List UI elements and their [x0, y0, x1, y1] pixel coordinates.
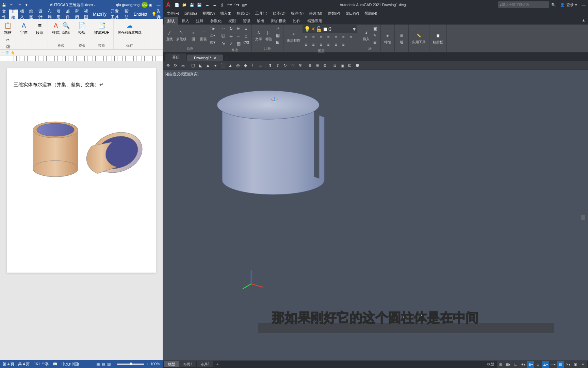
tab-view[interactable]: 视图: [82, 10, 91, 19]
edit-button[interactable]: 🔍 编辑: [61, 20, 71, 36]
cylinder-icon[interactable]: ⬛: [220, 62, 226, 68]
cloud-open-icon[interactable]: ☁: [204, 2, 210, 8]
pyramid-icon[interactable]: ▲: [227, 62, 233, 68]
group-button[interactable]: ⊞组: [397, 32, 406, 45]
erase-icon[interactable]: ⌫: [243, 40, 249, 46]
grid-icon[interactable]: ⊞: [497, 361, 504, 368]
layer-tool7-icon[interactable]: ≡: [348, 34, 354, 40]
add-tab-icon[interactable]: +: [224, 55, 230, 61]
layer-tool8-icon[interactable]: ≡: [303, 42, 309, 48]
cmdline-scrollbar[interactable]: [581, 215, 585, 220]
layer-tool12-icon[interactable]: ≡: [333, 42, 339, 48]
layer-tool9-icon[interactable]: ≡: [310, 42, 316, 48]
rtab-manage[interactable]: 管理: [239, 17, 254, 25]
tab-tellme[interactable]: 💡 告诉: [149, 10, 163, 19]
cloud-save-icon[interactable]: ☁: [211, 2, 217, 8]
template-button[interactable]: 📄 模板: [77, 20, 87, 36]
rect-icon[interactable]: □▾: [209, 26, 215, 32]
word-user[interactable]: qiu guangping QG: [116, 2, 148, 8]
close-tab-icon[interactable]: ✕: [213, 56, 216, 60]
rtab-addins[interactable]: 附加模块: [268, 17, 290, 25]
box-icon[interactable]: ▢: [190, 62, 196, 68]
menu-file[interactable]: 文件(F): [164, 10, 182, 17]
array-icon[interactable]: ▦: [235, 41, 242, 47]
transparency-icon[interactable]: ⊡: [557, 361, 564, 368]
tab-review[interactable]: 审阅: [73, 10, 82, 19]
view-web-icon[interactable]: ▥: [107, 362, 111, 366]
zoom-slider[interactable]: [117, 364, 144, 365]
sphere-icon[interactable]: ●: [212, 62, 218, 68]
tab-help[interactable]: 帮助: [122, 10, 132, 19]
tab-insert[interactable]: 插入: [18, 10, 27, 19]
minimize-icon[interactable]: —: [156, 2, 161, 7]
baidu-button[interactable]: ☁ 保存到百度网盘: [116, 20, 143, 36]
rtab-insert[interactable]: 插入: [178, 17, 193, 25]
rtab-default[interactable]: 默认: [164, 17, 178, 25]
circle-button[interactable]: ○圆: [189, 29, 198, 42]
menu-dimension[interactable]: 标注(N): [288, 10, 306, 17]
3dosnap-icon[interactable]: ∠▾: [542, 361, 549, 368]
menu-tools[interactable]: 工具(T): [252, 10, 270, 17]
explode-icon[interactable]: ✦: [243, 26, 249, 32]
language[interactable]: 中文(中国): [62, 362, 79, 367]
page-count[interactable]: 第 4 页，共 4 页: [3, 362, 30, 367]
undo-icon[interactable]: ↶: [9, 2, 14, 7]
layer-tool2-icon[interactable]: ≡: [310, 34, 316, 40]
tab-layout[interactable]: 布局: [46, 10, 55, 19]
rtab-collab[interactable]: 协作: [290, 17, 304, 25]
paste-button[interactable]: 📋 粘贴: [3, 20, 13, 36]
table-icon[interactable]: ▦: [275, 32, 281, 39]
move-icon[interactable]: ↔: [220, 26, 227, 32]
saveas-icon[interactable]: 💾: [196, 2, 202, 8]
polysolid-icon[interactable]: ◆: [242, 62, 248, 68]
layer-props-button[interactable]: ≡图层特性: [285, 30, 302, 44]
cone-icon[interactable]: ▲: [205, 62, 211, 68]
solid-edit-icon[interactable]: ⬢: [354, 62, 360, 68]
styles-button[interactable]: A 样式: [51, 20, 61, 36]
tab-mail[interactable]: 邮件: [64, 10, 73, 19]
dimension-button[interactable]: ├┤标注: [264, 29, 274, 42]
redo-icon[interactable]: ↷: [16, 2, 22, 7]
tab-mathtype[interactable]: MathTy: [91, 10, 108, 19]
word-document-area[interactable]: 三维实体布尔运算（并集、差集、交集）↵: [0, 61, 163, 360]
ellipse-icon[interactable]: ⬭▾: [209, 32, 215, 39]
layer-tool5-icon[interactable]: ≡: [333, 34, 339, 40]
mirror-icon[interactable]: ⇋: [228, 33, 234, 39]
osnap-icon[interactable]: ◇: [534, 361, 542, 368]
thicken-icon[interactable]: ▣: [339, 62, 345, 68]
tab-refs[interactable]: 引用: [54, 10, 64, 19]
save-icon[interactable]: 💾: [189, 2, 195, 8]
copy-icon[interactable]: ⿻: [5, 44, 11, 49]
new-icon[interactable]: 📄: [174, 2, 180, 8]
rtab-express[interactable]: 精选应用: [304, 17, 326, 25]
torus-icon[interactable]: ◎: [235, 62, 241, 68]
ribbon-collapse-icon[interactable]: ▲: [581, 17, 587, 23]
word-ruler[interactable]: [0, 56, 163, 61]
tab-endnote[interactable]: EndNot: [132, 10, 149, 19]
helix-icon[interactable]: ⌇: [250, 62, 256, 68]
layer-tool4-icon[interactable]: ≡: [325, 34, 331, 40]
imprint-icon[interactable]: ⊡: [347, 62, 353, 68]
block-attr-icon[interactable]: ⊞: [372, 39, 378, 45]
zoom-in-icon[interactable]: +: [146, 362, 148, 366]
layout-1[interactable]: 布局1: [179, 361, 196, 367]
block-create-icon[interactable]: ▣: [372, 26, 378, 32]
menu-window[interactable]: 窗口(W): [343, 10, 362, 17]
zoom-level[interactable]: 100%: [150, 362, 160, 366]
qat-more-icon[interactable]: ▾: [24, 2, 29, 7]
presspull-icon[interactable]: ⇕: [275, 62, 281, 68]
polyline-button[interactable]: 〽多段线: [175, 29, 188, 42]
layer-tool10-icon[interactable]: ≡: [318, 42, 324, 48]
linewt-icon[interactable]: —▾: [549, 361, 557, 368]
ucs-icon[interactable]: [241, 269, 268, 292]
nav-tool-icon[interactable]: 👕: [5, 51, 9, 55]
rtab-parametric[interactable]: 参数化: [207, 17, 225, 25]
cut-icon[interactable]: ✂: [5, 37, 11, 43]
layer-tool1-icon[interactable]: ≡: [303, 34, 309, 40]
offset-icon[interactable]: ⊏: [243, 33, 249, 39]
tab-home[interactable]: 开始: [9, 10, 18, 19]
cylinder-3d-model[interactable]: [193, 83, 329, 199]
font-button[interactable]: A 字体: [19, 20, 29, 36]
fillet-icon[interactable]: ⌐: [235, 33, 242, 39]
properties-button[interactable]: ◈特性: [383, 32, 392, 45]
